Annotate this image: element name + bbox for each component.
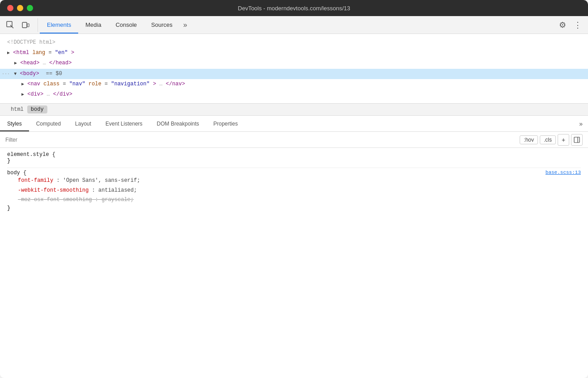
styles-panel: Styles Computed Layout Event Listeners D… xyxy=(0,116,588,378)
device-toggle-btn[interactable] xyxy=(19,18,32,32)
sidebar-icon xyxy=(574,137,580,143)
head-tag-close: </head> xyxy=(49,60,71,66)
top-tab-list: Elements Media Console Sources » xyxy=(40,16,556,34)
css-prop-font-family: font-family : 'Open Sans', sans-serif; xyxy=(7,176,581,186)
device-icon xyxy=(21,21,29,29)
top-tabbar: Elements Media Console Sources » ⚙ ⋮ xyxy=(0,16,588,34)
svg-rect-2 xyxy=(27,24,29,27)
dom-line-body[interactable]: ··· ▼ <body> == $0 xyxy=(0,69,588,79)
settings-btn[interactable]: ⚙ xyxy=(556,18,569,32)
more-vert-icon: ⋮ xyxy=(574,20,582,30)
body-css-block: body { base.scss:13 font-family : 'Open … xyxy=(7,170,581,215)
svg-rect-1 xyxy=(22,22,27,28)
dom-line-html[interactable]: ▶ <html lang = "en" > xyxy=(0,48,588,58)
tab-console[interactable]: Console xyxy=(109,16,144,34)
traffic-lights xyxy=(7,5,33,11)
breadcrumb-html[interactable]: html xyxy=(7,105,27,113)
body-tag: <body> xyxy=(20,71,39,77)
tab-sources[interactable]: Sources xyxy=(144,16,180,34)
tab-media[interactable]: Media xyxy=(78,16,108,34)
head-triangle: ▶ xyxy=(14,61,17,66)
tab-elements[interactable]: Elements xyxy=(40,16,78,34)
minimize-button[interactable] xyxy=(17,5,23,11)
body-css-close: } xyxy=(7,205,581,211)
moz-value: grayscale; xyxy=(101,197,134,203)
dom-line-nav[interactable]: ▶ <nav class = "nav" role = "navigation"… xyxy=(0,79,588,89)
nav-tag-close: > xyxy=(153,81,156,87)
nav-tag-open: <nav xyxy=(27,81,40,87)
hov-btn[interactable]: :hov xyxy=(520,135,538,144)
window-title: DevTools - moderndevtools.com/lessons/13 xyxy=(238,5,350,12)
inspector-icon xyxy=(6,21,14,29)
subtab-event-listeners[interactable]: Event Listeners xyxy=(98,116,150,131)
nav-eq2: = xyxy=(105,81,108,87)
html-attr-lang-val: "en" xyxy=(55,50,68,56)
moz-colon: : xyxy=(95,197,101,203)
html-triangle: ▶ xyxy=(7,50,10,55)
div-closing-tag: </div> xyxy=(53,91,72,97)
body-triangle: ▼ xyxy=(14,71,17,76)
top-tabs-more-btn[interactable]: » xyxy=(180,16,191,34)
font-family-value: 'Open Sans', sans-serif; xyxy=(63,177,140,184)
filter-bar: :hov .cls + xyxy=(0,132,588,148)
nav-role-val: "navigation" xyxy=(111,81,150,87)
body-source-link[interactable]: base.scss:13 xyxy=(546,170,581,175)
body-dollar: $0 xyxy=(55,71,62,77)
styles-content: element.style { } body { base.scss:13 fo… xyxy=(0,148,588,378)
moz-prop: -moz-osx-font-smoothing xyxy=(18,197,92,203)
close-button[interactable] xyxy=(7,5,13,11)
dom-line-div[interactable]: ▶ <div> … </div> xyxy=(0,89,588,100)
body-equals: == xyxy=(46,71,56,77)
maximize-button[interactable] xyxy=(27,5,33,11)
html-attr-lang: lang xyxy=(32,50,45,56)
css-prop-webkit-font-smoothing: -webkit-font-smoothing : antialiased; xyxy=(7,186,581,196)
subtab-styles[interactable]: Styles xyxy=(0,116,29,131)
add-style-btn[interactable]: + xyxy=(558,134,569,146)
element-style-close: } xyxy=(7,158,581,164)
sidebar-toggle-btn[interactable] xyxy=(571,134,583,146)
top-tab-right-icons: ⚙ ⋮ xyxy=(556,18,584,32)
devtools-main: Elements Media Console Sources » ⚙ ⋮ <!D… xyxy=(0,16,588,378)
font-family-prop: font-family xyxy=(18,177,53,184)
dom-line-head[interactable]: ▶ <head> … </head> xyxy=(0,58,588,68)
devtools-icon-group xyxy=(4,18,38,32)
nav-triangle: ▶ xyxy=(21,82,24,87)
div-tag-open: <div> xyxy=(27,91,43,97)
webkit-value: antialiased; xyxy=(98,187,137,193)
subtab-computed[interactable]: Computed xyxy=(29,116,68,131)
nav-closing-tag: </nav> xyxy=(166,81,185,87)
sub-tabbar: Styles Computed Layout Event Listeners D… xyxy=(0,116,588,132)
body-css-selector: body { base.scss:13 xyxy=(7,170,581,176)
webkit-colon: : xyxy=(92,187,98,193)
filter-buttons: :hov .cls + xyxy=(520,134,583,146)
cls-btn[interactable]: .cls xyxy=(540,135,556,144)
doctype-text: <!DOCTYPE html> xyxy=(7,39,55,46)
dom-line-doctype[interactable]: <!DOCTYPE html> xyxy=(0,38,588,48)
font-family-colon: : xyxy=(56,177,63,184)
nav-class-val: "nav" xyxy=(69,81,85,87)
div-triangle: ▶ xyxy=(21,92,24,97)
inspector-icon-btn[interactable] xyxy=(4,18,17,32)
breadcrumb-body[interactable]: body xyxy=(27,105,47,113)
subtab-properties[interactable]: Properties xyxy=(206,116,245,131)
head-tag: <head> xyxy=(20,60,39,66)
body-selector-text: body { xyxy=(7,170,26,176)
head-ellipsis: … xyxy=(43,60,46,66)
element-style-block: element.style { } xyxy=(7,151,581,168)
settings-icon: ⚙ xyxy=(559,20,566,30)
filter-input[interactable] xyxy=(5,137,516,143)
subtab-dom-breakpoints[interactable]: DOM Breakpoints xyxy=(150,116,206,131)
more-vert-btn[interactable]: ⋮ xyxy=(571,18,584,32)
html-equals: = xyxy=(48,50,51,56)
body-dots: ··· xyxy=(2,71,10,76)
div-ellipsis: … xyxy=(46,91,50,97)
subtab-layout[interactable]: Layout xyxy=(68,116,98,131)
html-tag-close: > xyxy=(71,50,74,56)
webkit-prop: -webkit-font-smoothing xyxy=(18,187,88,193)
element-style-selector: element.style { xyxy=(7,151,581,158)
svg-rect-3 xyxy=(574,137,580,143)
nav-eq1: = xyxy=(63,81,66,87)
css-prop-moz-font-smoothing: -moz-osx-font-smoothing : grayscale; xyxy=(7,195,581,205)
sub-tabs-more-btn[interactable]: » xyxy=(574,116,588,131)
nav-attr-role: role xyxy=(88,81,101,87)
